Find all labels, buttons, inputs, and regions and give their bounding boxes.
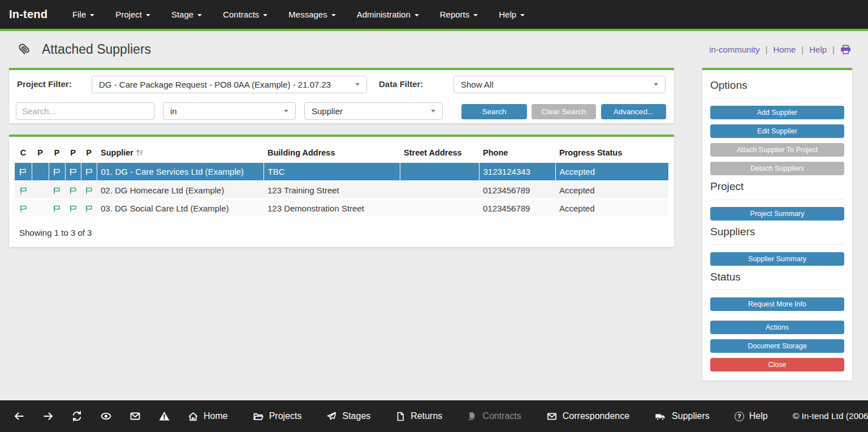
footer-item-help[interactable]: ? Help (735, 411, 768, 421)
project-filter-select[interactable]: DG - Care Package Request - PO8 0AA (Exa… (92, 76, 367, 93)
menu-stage[interactable]: Stage (171, 10, 202, 19)
detach-suppliers-button[interactable]: Detach Suppliers (710, 162, 844, 175)
footer-item-returns[interactable]: Returns (395, 411, 442, 422)
col-header-p3: P (65, 142, 81, 163)
app-brand: In-tend (9, 8, 47, 21)
col-header-phone[interactable]: Phone (479, 142, 555, 163)
footer-item-stages[interactable]: Stages (326, 411, 370, 422)
mail-icon[interactable] (129, 411, 141, 422)
flag-icon (85, 168, 93, 176)
home-icon (188, 411, 198, 422)
flag-icon (85, 187, 93, 195)
cell-progress-status: Accepted (555, 181, 668, 199)
advanced-button[interactable]: Advanced... (601, 104, 666, 119)
actions-button[interactable]: Actions (710, 321, 844, 334)
project-filter-label: Project Filter: (17, 79, 72, 89)
caret-down-icon (331, 14, 336, 16)
link-in-community[interactable]: in-community (709, 45, 759, 54)
col-header-street-address[interactable]: Street Address (400, 142, 479, 163)
footer-item-contracts[interactable]: Contracts (467, 411, 521, 422)
flag-icon (69, 187, 77, 195)
warning-icon[interactable] (158, 411, 170, 422)
cell-street-address (400, 199, 479, 217)
page-title: Attached Suppliers (42, 42, 151, 57)
table-row[interactable]: 01. DG - Care Services Ltd (Example) TBC… (15, 163, 668, 181)
caret-down-icon (146, 14, 150, 16)
flag-icon (53, 205, 61, 213)
request-more-info-button[interactable]: Request More Info (710, 297, 844, 311)
menu-help[interactable]: Help (499, 10, 525, 19)
col-header-building-address[interactable]: Building Address (264, 142, 400, 163)
search-operator-select[interactable]: in (163, 102, 296, 120)
footer-item-projects[interactable]: Projects (253, 411, 302, 422)
col-header-progress-status[interactable]: Progress Status (555, 142, 668, 163)
back-icon[interactable] (14, 411, 25, 422)
menu-reports[interactable]: Reports (440, 10, 478, 19)
col-header-supplier[interactable]: Supplier (97, 142, 264, 163)
paper-plane-icon (326, 411, 337, 422)
search-input[interactable] (16, 102, 154, 120)
header-links: in-community | Home | Help | (709, 45, 851, 54)
data-filter-label: Data Filter: (379, 79, 423, 89)
caret-down-icon (197, 14, 202, 16)
cell-building-address: 123 Demonstration Street (264, 199, 400, 217)
attach-supplier-button[interactable]: Attach Supplier To Project (710, 143, 844, 157)
top-navbar: In-tend File Project Stage Contracts Mes… (0, 0, 868, 31)
document-storage-button[interactable]: Document Storage (710, 339, 844, 353)
table-header-row: C P P P P Supplier Building Address Stre… (15, 142, 668, 163)
refresh-icon[interactable] (71, 411, 83, 422)
forward-icon[interactable] (42, 411, 54, 422)
file-signature-icon (467, 411, 477, 422)
footer-item-home[interactable]: Home (188, 411, 228, 422)
cell-progress-status: Accepted (555, 163, 668, 181)
supplier-summary-button[interactable]: Supplier Summary (710, 252, 844, 266)
col-header-p2: P (49, 142, 65, 163)
sidebar-heading-project: Project (710, 180, 844, 193)
copyright-text: © In-tend Ltd (2006 - 2023) (793, 411, 868, 421)
project-summary-button[interactable]: Project Summary (710, 207, 844, 221)
menu-contracts[interactable]: Contracts (223, 10, 267, 19)
data-filter-select[interactable]: Show All (454, 76, 666, 93)
flag-icon (19, 168, 27, 176)
folder-open-icon (253, 411, 264, 422)
divider (710, 98, 844, 98)
flag-icon (19, 187, 28, 195)
caret-down-icon (520, 14, 525, 16)
sort-amount-up-icon (136, 149, 144, 157)
suppliers-table: C P P P P Supplier Building Address Stre… (15, 142, 668, 218)
edit-supplier-button[interactable]: Edit Supplier (710, 124, 844, 138)
menu-messages[interactable]: Messages (288, 10, 335, 19)
cell-progress-status: Accepted (555, 199, 668, 217)
close-button[interactable]: Close (710, 358, 844, 371)
paperclip-icon (17, 42, 32, 57)
flag-icon (53, 187, 61, 195)
flag-icon (85, 205, 93, 213)
cell-supplier: 02. DG Homecare Ltd (Example) (97, 181, 264, 199)
menu-file[interactable]: File (72, 10, 94, 19)
table-row[interactable]: 02. DG Homecare Ltd (Example) 123 Traini… (15, 181, 668, 199)
footer-item-suppliers[interactable]: Suppliers (654, 411, 710, 422)
search-field-select[interactable]: Supplier (304, 102, 443, 120)
sidebar: Options Add Supplier Edit Supplier Attac… (702, 68, 852, 381)
clear-search-button[interactable]: Clear Search (532, 104, 596, 119)
caret-down-icon (654, 83, 658, 86)
sidebar-heading-suppliers: Suppliers (710, 226, 844, 238)
divider (710, 244, 844, 245)
printer-icon[interactable] (840, 45, 851, 54)
caret-down-icon (263, 14, 267, 16)
table-row[interactable]: 03. DG Social Care Ltd (Example) 123 Dem… (15, 199, 668, 217)
suppliers-table-panel: C P P P P Supplier Building Address Stre… (9, 135, 674, 247)
flag-icon (69, 168, 77, 176)
eye-icon[interactable] (100, 411, 112, 422)
search-button[interactable]: Search (461, 104, 527, 119)
caret-down-icon (355, 83, 360, 86)
menu-administration[interactable]: Administration (357, 10, 419, 19)
footer-item-correspondence[interactable]: Correspondence (546, 411, 629, 422)
col-header-p1: P (32, 142, 49, 163)
link-help[interactable]: Help (809, 45, 827, 54)
link-home[interactable]: Home (773, 45, 796, 54)
sidebar-heading-options: Options (710, 79, 844, 92)
add-supplier-button[interactable]: Add Supplier (710, 106, 844, 119)
caret-down-icon (414, 14, 419, 16)
menu-project[interactable]: Project (115, 10, 150, 19)
